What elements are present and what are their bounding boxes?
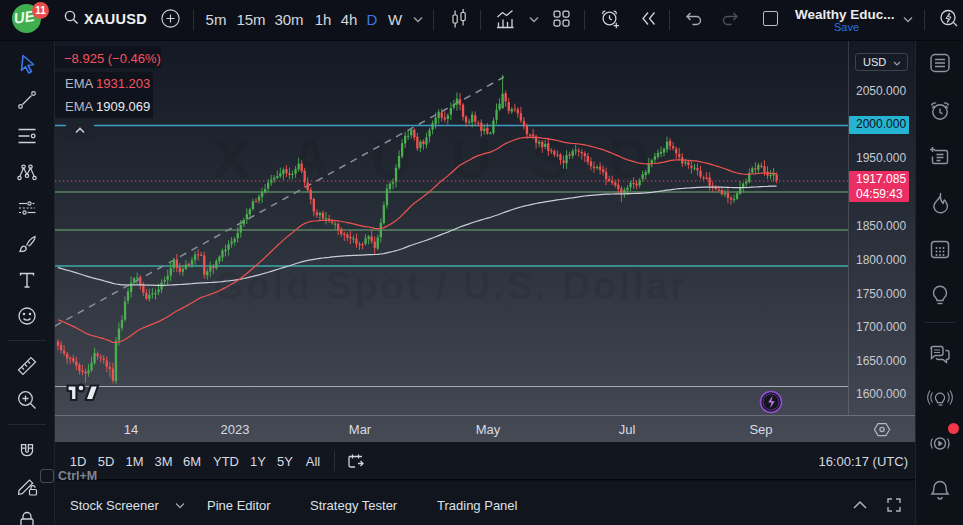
svg-text:Gold Spot / U.S. Dollar: Gold Spot / U.S. Dollar	[214, 265, 688, 307]
